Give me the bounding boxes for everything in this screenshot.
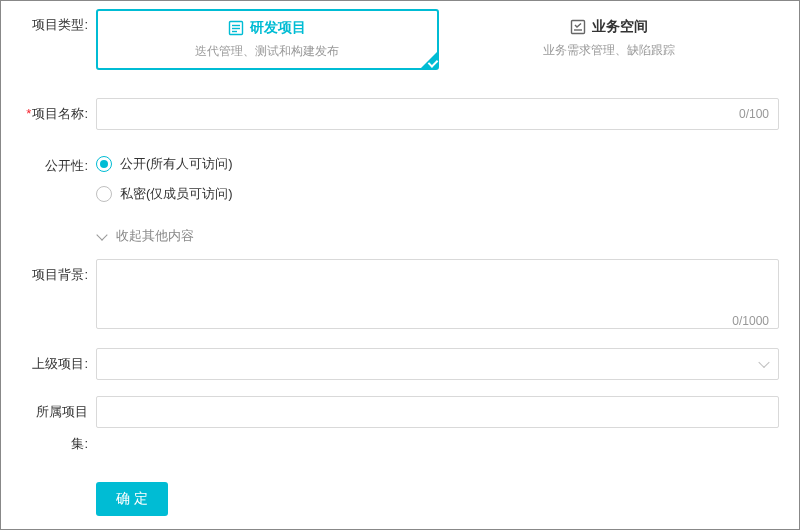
project-name-input[interactable]: [96, 98, 779, 130]
row-project-name: *项目名称: 0/100: [1, 90, 799, 150]
type-card-dev-title: 研发项目: [250, 19, 306, 37]
chevron-down-icon: [96, 231, 106, 241]
selected-check-icon: [420, 51, 438, 69]
parent-project-select[interactable]: [96, 348, 779, 380]
collapse-label: 收起其他内容: [116, 227, 194, 245]
row-parent-project: 上级项目:: [1, 348, 799, 396]
radio-private-label: 私密(仅成员可访问): [120, 185, 233, 203]
action-row: 确 定: [1, 476, 799, 516]
label-visibility: 公开性:: [21, 150, 96, 182]
project-set-select[interactable]: [96, 396, 779, 428]
confirm-button[interactable]: 确 定: [96, 482, 168, 516]
project-type-cards: 研发项目 迭代管理、测试和构建发布 业务空间 业务需求管理、缺: [96, 9, 779, 70]
label-project-name: *项目名称:: [21, 98, 96, 130]
create-project-modal: 项目类型: 研发项目 迭代管理、测试和构建发布: [0, 0, 800, 530]
project-name-counter: 0/100: [739, 98, 769, 130]
row-visibility: 公开性: 公开(所有人可访问) 私密(仅成员可访问): [1, 150, 799, 227]
type-card-dev-desc: 迭代管理、测试和构建发布: [98, 43, 437, 60]
background-counter: 0/1000: [732, 314, 769, 328]
background-textarea[interactable]: [96, 259, 779, 329]
label-project-set: 所属项目集:: [21, 396, 96, 460]
row-project-type: 项目类型: 研发项目 迭代管理、测试和构建发布: [1, 1, 799, 90]
radio-public-indicator: [96, 156, 112, 172]
label-parent-project: 上级项目:: [21, 348, 96, 380]
type-card-biz-desc: 业务需求管理、缺陷跟踪: [440, 42, 779, 59]
radio-private[interactable]: 私密(仅成员可访问): [96, 185, 779, 203]
radio-private-indicator: [96, 186, 112, 202]
label-background: 项目背景:: [21, 259, 96, 291]
type-card-dev[interactable]: 研发项目 迭代管理、测试和构建发布: [96, 9, 439, 70]
collapse-toggle[interactable]: 收起其他内容: [1, 227, 799, 259]
radio-public[interactable]: 公开(所有人可访问): [96, 155, 779, 173]
row-project-set: 所属项目集:: [1, 396, 799, 476]
type-card-biz-title: 业务空间: [592, 18, 648, 36]
chevron-down-icon: [758, 357, 769, 368]
label-project-type: 项目类型:: [21, 9, 96, 41]
dev-project-icon: [228, 20, 244, 36]
biz-space-icon: [570, 19, 586, 35]
row-background: 项目背景: 0/1000: [1, 259, 799, 348]
radio-public-label: 公开(所有人可访问): [120, 155, 233, 173]
type-card-biz[interactable]: 业务空间 业务需求管理、缺陷跟踪: [439, 9, 780, 70]
required-star: *: [26, 106, 31, 121]
